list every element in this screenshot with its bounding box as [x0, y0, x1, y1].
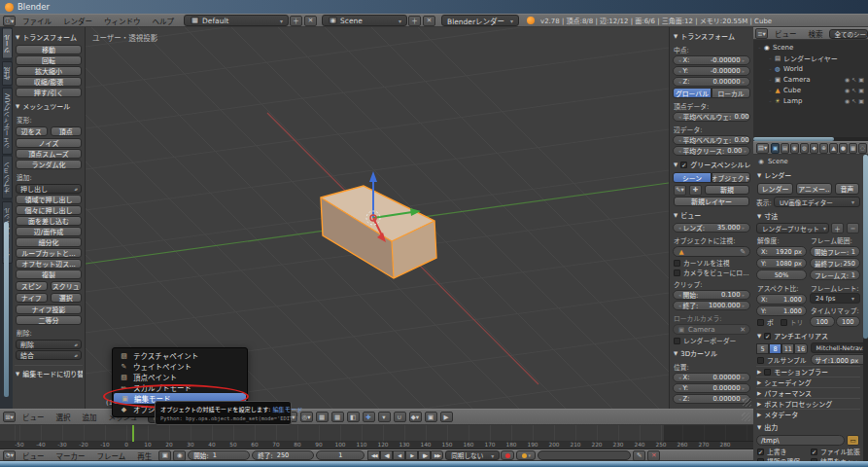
editor-type-info-icon[interactable]: ⓘ▾: [3, 16, 16, 26]
title-bar[interactable]: Blender: [0, 0, 868, 14]
median-field[interactable]: X:-0.00000: [673, 55, 750, 65]
render-preset-dropdown[interactable]: レンダープリセット: [756, 223, 829, 234]
collapsed-panel-header[interactable]: ▶メタデータ: [756, 409, 860, 419]
aa-filter-dropdown[interactable]: Mitchell-Netrav..: [811, 342, 863, 353]
render-border-checkbox[interactable]: [674, 338, 680, 344]
add-tool-button[interactable]: 二等分: [16, 315, 82, 325]
add-tool-button[interactable]: ナイフ投影: [16, 305, 82, 314]
add-tool-button[interactable]: 辺/面作成: [16, 227, 82, 236]
editor-type-outliner-icon[interactable]: ≡▾: [755, 28, 768, 39]
mode-menu-item[interactable]: ✎ ウェイトペイント: [113, 361, 247, 372]
lock-cursor-checkbox[interactable]: [674, 260, 680, 267]
manipulator-space-dropdown[interactable]: ▾: [378, 412, 391, 422]
deform-tool-button[interactable]: 頂点スムーズ: [16, 149, 82, 159]
resolution-percent-field[interactable]: 50%: [756, 269, 807, 280]
expander-icon[interactable]: ◦: [769, 88, 772, 93]
timeline-menu-item[interactable]: ビュー: [17, 450, 51, 461]
outliner-row[interactable]: ◦ ◍ World ◉↖▣: [754, 63, 867, 74]
frame-range-field[interactable]: 開始フレー:1: [810, 246, 860, 257]
cursor-position-field[interactable]: Z:0.00000: [673, 394, 750, 404]
outliner-row[interactable]: ◦ ▤ レンダーレイヤー ◉↖▣: [754, 53, 867, 63]
outliner-row[interactable]: ◦ ☀ Lamp ◉↖▣: [754, 95, 867, 106]
outliner-scope-dropdown[interactable]: 全てのシーン: [829, 29, 868, 39]
outliner-row[interactable]: ◦ ◉ Scene ◉↖▣: [754, 42, 867, 53]
transform-tool-button[interactable]: 移動: [16, 45, 82, 54]
frame-range-field[interactable]: 最終フレ:250: [810, 258, 860, 269]
full-sample-checkbox[interactable]: [757, 357, 764, 364]
antialias-panel-header[interactable]: ▼アンチエイリアス: [756, 328, 860, 342]
render-layers-tab-icon[interactable]: ▤: [781, 143, 789, 154]
sync-dropdown[interactable]: 同期しない: [445, 450, 500, 460]
particles-tab-icon[interactable]: ◌: [858, 143, 867, 154]
resolution-field[interactable]: Y:1080 px: [756, 258, 807, 269]
remove-dropdown[interactable]: 結合: [16, 350, 82, 360]
render-engine-selector[interactable]: Blenderレンダー: [441, 15, 519, 26]
border-checkbox[interactable]: [757, 319, 764, 326]
render-tab-icon[interactable]: ▣: [771, 143, 780, 154]
snap-magnet-icon[interactable]: ∪: [394, 412, 406, 422]
playback-button[interactable]: ◀: [393, 450, 405, 460]
pivot-point-dropdown[interactable]: ◎▾: [300, 412, 313, 422]
lens-field[interactable]: レンズ:35.000: [673, 223, 750, 233]
cursor-position-field[interactable]: X:0.00000: [673, 373, 750, 382]
mode-menu-item[interactable]: ▧ 頂点ペイント: [113, 372, 247, 382]
frame-range-field[interactable]: フレームス:1: [810, 269, 860, 280]
deform-tool-button[interactable]: ノイズ: [16, 138, 82, 148]
current-frame-field[interactable]: 1: [316, 450, 365, 460]
properties-scrollbar[interactable]: [863, 155, 868, 461]
layers-grid-icon[interactable]: ▦: [331, 412, 344, 422]
toolshelf-tab[interactable]: シェーディング/UV: [2, 88, 13, 155]
toolshelf-scrollbar[interactable]: [4, 222, 9, 397]
clip-field[interactable]: 終了:1000.000: [673, 301, 750, 310]
add-tool-button[interactable]: 複製: [16, 269, 82, 279]
modifiers-tab-icon[interactable]: ⊕: [819, 143, 828, 154]
render-opengl-anim-icon[interactable]: ▶: [440, 412, 453, 422]
outliner-menu-item[interactable]: ビュー: [769, 28, 803, 39]
timeline-menu-item[interactable]: マーカー: [51, 450, 91, 461]
edge-data-field[interactable]: 平均ベベルウェ:0.00: [673, 135, 750, 145]
render-restrict-icon[interactable]: ▣: [858, 87, 864, 93]
timeline-ruler[interactable]: -50-40-30-20-100102030405060708090100110…: [0, 442, 753, 449]
selectability-arrow-icon[interactable]: ↖: [851, 87, 856, 93]
mode-menu-item[interactable]: ✏ スカルプトモード: [113, 382, 247, 393]
clip-field[interactable]: 開始:0.100: [673, 290, 750, 300]
collapsed-panel-header[interactable]: ▶モーションブラー: [756, 366, 860, 377]
visibility-eye-icon[interactable]: ◉: [845, 97, 850, 104]
add-tool-button[interactable]: ナイフ: [16, 293, 48, 303]
add-icon[interactable]: ✚: [689, 185, 702, 196]
view3d-menu-item[interactable]: ビュー: [17, 412, 51, 422]
outliner-row[interactable]: ◦ ▲ Cube ◉↖▣: [754, 85, 867, 95]
aa-samples-button[interactable]: 11: [781, 343, 794, 354]
cursor-3d-header[interactable]: ▼3Dカーソル: [673, 345, 750, 360]
global-toggle[interactable]: グローバル: [673, 88, 712, 98]
timeline-menu-item[interactable]: 再生: [131, 450, 157, 461]
current-frame-line[interactable]: [132, 425, 134, 442]
framerate-dropdown[interactable]: 24 fps: [810, 293, 860, 304]
grease-object-toggle[interactable]: オブジェクト: [712, 172, 750, 183]
world-tab-icon[interactable]: ◍: [800, 143, 809, 154]
scene-delete-button[interactable]: ✕: [423, 16, 435, 26]
collapsed-panel-header[interactable]: ▶シェーディング: [756, 377, 860, 387]
layout-add-button[interactable]: ＋: [290, 16, 302, 26]
dimensions-panel-header[interactable]: ▼寸法: [756, 208, 860, 223]
auto-keyframe-record-button[interactable]: [501, 450, 514, 460]
vertex-data-field[interactable]: 平均ベベルウェ:0.00: [673, 112, 750, 122]
visibility-eye-icon[interactable]: ◉: [845, 76, 850, 83]
add-tool-button[interactable]: 細分化: [16, 237, 82, 247]
render-display-dropdown[interactable]: UV画像エディター: [774, 197, 860, 207]
lock-camera-checkbox[interactable]: [674, 269, 680, 276]
render-opengl-icon[interactable]: ▣: [425, 412, 437, 422]
cursor-position-field[interactable]: Y:0.00000: [673, 383, 750, 393]
aa-samples-button[interactable]: 8: [769, 343, 781, 354]
toolshelf-tab[interactable]: 作成: [2, 61, 13, 86]
transform-section-header[interactable]: ▼トランスフォーム: [15, 29, 83, 44]
aa-samples-button[interactable]: 16: [794, 343, 807, 354]
overwrite-checkbox[interactable]: [757, 449, 764, 455]
scene-selector[interactable]: ◉ Scene: [322, 15, 407, 26]
transform-tool-button[interactable]: 収縮/膨張: [16, 77, 82, 87]
texture-tab-icon[interactable]: ▦: [849, 143, 857, 154]
keying-set-type-dropdown[interactable]: ▾: [516, 450, 536, 460]
header-resize-grip[interactable]: [742, 413, 750, 421]
timeline-menu-item[interactable]: フレーム: [91, 450, 132, 461]
deform-tool-button[interactable]: ランダム化: [16, 160, 82, 169]
